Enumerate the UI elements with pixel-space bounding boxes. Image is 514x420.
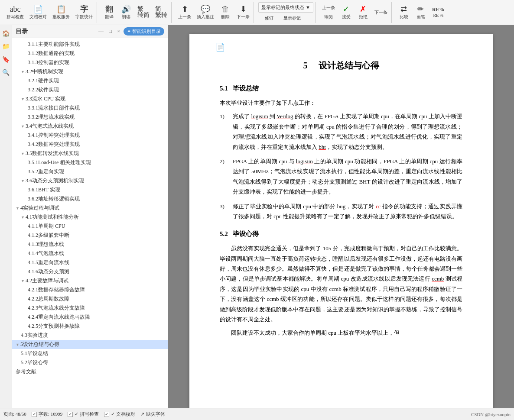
list-content-2: FPGA 上的单周期 cpu 与 logisim 上的单周期 cpu 功能相同，…	[233, 156, 462, 197]
word-count-button[interactable]: 字 字数统计	[73, 3, 95, 22]
draw-icon: ✏	[417, 5, 424, 13]
reject-button[interactable]: ✗ 拒绝	[355, 3, 371, 22]
toc-header: 目录 — □ × ✦ 智能识别目录	[12, 25, 168, 38]
toc-item-3-1-2[interactable]: 3.1.2数据通路的实现	[12, 49, 168, 58]
document-area[interactable]: 📄 5 设计总结与心得 5.1 毕设总结 本次毕业设计主要作了如下几点工作： 1…	[168, 25, 514, 408]
toolbar-group-translate: 翻 翻译 🔊 朗读 繁转简 简繁转	[100, 2, 172, 23]
toc-item-3-4-1[interactable]: 3.4.1控制冲突处理实现	[12, 131, 168, 140]
next-comment-icon: ⬇	[240, 5, 247, 13]
toc-item-3-3-1[interactable]: 3.3.1流水接口部件实现	[12, 103, 168, 113]
status-bar: 页面: 48/50 ✓ 字数: 16999 ✓ ✓ 拼写检查 ✓ ✓ 文档校对 …	[0, 408, 514, 420]
toc-item-4-1-2[interactable]: 4.1.2多级嵌套中断	[12, 231, 168, 240]
toc-item-4-1-1[interactable]: 4.1.1单周期 CPU	[12, 222, 168, 231]
compare-button[interactable]: ⇄ 比较	[396, 3, 412, 22]
spell-check-status-checkbox[interactable]: ✓	[68, 412, 73, 417]
main-layout: 🏠 📁 🔖 🔍 目录 — □ × ✦ 智能识别目录 3.1.1主要功能部件实现 …	[0, 25, 514, 408]
reject-label: 拒绝	[359, 14, 368, 20]
toc-item-4-2-4[interactable]: 4.2.4重定向流水线跑马故障	[12, 313, 168, 322]
toc-item-3-6-2[interactable]: 3.6.2地址转移逻辑实现	[12, 194, 168, 204]
nav-file-button[interactable]: 📁	[1, 42, 11, 51]
toc-item-5[interactable]: 5设计总结与心得	[12, 340, 168, 349]
doc-check-label: 文档校对	[29, 14, 47, 20]
toc-item-4-1-5[interactable]: 4.1.5重定向流水线	[12, 258, 168, 267]
track-change-button[interactable]: 修订	[258, 14, 280, 23]
prev-comment-label: 上一条	[178, 14, 191, 20]
word-count-checkbox[interactable]: ✓	[32, 412, 37, 417]
toc-item-3-2-2[interactable]: 3.2.2软件实现	[12, 85, 168, 94]
nav-home-button[interactable]: 🏠	[1, 29, 11, 38]
toc-item-4-1-3[interactable]: 4.1.3理想流水线	[12, 240, 168, 249]
toc-minimize-button[interactable]: —	[97, 28, 105, 35]
toc-item-4-3[interactable]: 4.3实验进度	[12, 331, 168, 340]
prev-comment-button[interactable]: ⬆ 上一条	[176, 3, 193, 22]
track-display-label: 显示标记的最终状态	[261, 4, 304, 11]
status-spell-check[interactable]: ✓ ✓ 拼写检查	[68, 411, 99, 417]
read-button[interactable]: 🔊 朗读	[118, 3, 134, 22]
delete-comment-button[interactable]: 🗑 删除	[218, 3, 233, 22]
toc-item-3-6-1[interactable]: 3.6.1BHT 实现	[12, 185, 168, 194]
toc-item-3-4[interactable]: 3.4气泡式流水线实现	[12, 122, 168, 131]
toc-item-4-2-5[interactable]: 4.2.5分支预测替换故障	[12, 322, 168, 331]
draw-label: 画笔	[416, 14, 425, 20]
toc-title: 目录	[16, 28, 28, 36]
page-icon: 📄	[215, 42, 225, 52]
batch-service-button[interactable]: 📋 批改服务	[50, 3, 72, 22]
toc-item-4-2-2[interactable]: 4.2.2总周期数故障	[12, 294, 168, 304]
toc-item-3-5-2[interactable]: 3.5.2重定向实现	[12, 167, 168, 176]
next-review-button[interactable]: 下一条	[372, 8, 390, 17]
doc-check-button[interactable]: 📄 文档校对	[27, 3, 49, 22]
draw-button[interactable]: ✏ 画笔	[413, 3, 429, 22]
spell-check-button[interactable]: abc 拼写检查	[4, 3, 26, 22]
toc-maximize-button[interactable]: □	[107, 28, 114, 35]
toc-item-4-1-6[interactable]: 4.1.6动态分支预测	[12, 267, 168, 276]
toc-item-4-1[interactable]: 4.1功能测试和性能分析	[12, 213, 168, 222]
doc-check-icon: 📄	[33, 5, 43, 13]
toc-item-3-3-2[interactable]: 3.3.2理想流水线实现	[12, 113, 168, 122]
toc-item-3-1-1[interactable]: 3.1.1主要功能部件实现	[12, 40, 168, 49]
doc-check-status-checkbox[interactable]: ✓	[104, 412, 109, 417]
toc-item-3-3[interactable]: 3.3流水 CPU 实现	[12, 94, 168, 103]
trad-to-simp-button[interactable]: 繁转简	[135, 3, 152, 22]
status-missing-font[interactable]: ↗ 缺失字体	[140, 411, 165, 417]
toolbar-group-review: 上一条 审阅 ✓ 接受 ✗ 拒绝 下一条	[318, 2, 392, 23]
underline-ccmb-2: ccmb	[432, 275, 444, 282]
toc-item-4-1-4[interactable]: 4.1.4气泡流水线	[12, 249, 168, 258]
toc-item-5-1[interactable]: 5.1毕设总结	[12, 349, 168, 358]
review-button[interactable]: 审阅	[321, 13, 336, 22]
show-mark-label: 显示标记	[283, 15, 301, 21]
word-count-label: 字数统计	[75, 14, 93, 20]
toc-item-4-2-1[interactable]: 4.2.1数据存储器综合故障	[12, 285, 168, 294]
track-display-dropdown[interactable]: 显示标记的最终状态 ▼	[258, 2, 313, 13]
track-display-arrow: ▼	[306, 5, 310, 10]
insert-comment-button[interactable]: 💬 插入批注	[195, 3, 216, 22]
toc-close-button[interactable]: ×	[115, 28, 122, 35]
compare-label: 比较	[400, 14, 408, 20]
toc-item-3-6[interactable]: 3.6动态分支预测机制实现	[12, 176, 168, 185]
re-percent-icon: RE%	[432, 7, 445, 12]
toc-item-3-2-1[interactable]: 3.2.1硬件实现	[12, 76, 168, 85]
toc-item-4-2[interactable]: 4.2主要故障与调试	[12, 276, 168, 285]
toc-item-3-1-3[interactable]: 3.1.3控制器的实现	[12, 58, 168, 67]
show-mark-button[interactable]: 显示标记	[281, 14, 303, 23]
toc-item-4[interactable]: 4实验过程与调试	[12, 204, 168, 213]
batch-service-icon: 📋	[56, 5, 66, 13]
toc-item-3-4-2[interactable]: 3.4.2数据冲突处理实现	[12, 140, 168, 149]
toc-item-3-2[interactable]: 3.2中断机制实现	[12, 67, 168, 76]
translate-button[interactable]: 翻 翻译	[101, 3, 117, 22]
toc-item-3-5-1[interactable]: 3.5.1Load-Use 相关处理实现	[12, 158, 168, 167]
simp-to-trad-button[interactable]: 简繁转	[153, 3, 169, 22]
nav-search-button[interactable]: 🔍	[1, 68, 11, 77]
doc-check-status-label: ✓ 文档校对	[111, 411, 135, 417]
nav-bookmark-button[interactable]: 🔖	[1, 55, 11, 64]
re-percent-button[interactable]: RE% RE %	[430, 3, 447, 22]
page-info-label: 页面: 48/50	[3, 411, 26, 417]
prev-review-button[interactable]: 上一条	[320, 3, 337, 12]
toc-item-5-2[interactable]: 5.2毕设心得	[12, 358, 168, 367]
status-doc-check[interactable]: ✓ ✓ 文档校对	[104, 411, 135, 417]
next-comment-button[interactable]: ⬇ 下一条	[234, 3, 252, 22]
toc-item-4-2-3[interactable]: 4.2.3气泡流水线分支故障	[12, 304, 168, 313]
toc-item-3-5[interactable]: 3.5数据转发流水线实现	[12, 149, 168, 158]
accept-button[interactable]: ✓ 接受	[338, 3, 354, 22]
toc-smart-button[interactable]: ✦ 智能识别目录	[124, 27, 164, 36]
toc-item-ref[interactable]: 参考文献	[12, 367, 168, 376]
